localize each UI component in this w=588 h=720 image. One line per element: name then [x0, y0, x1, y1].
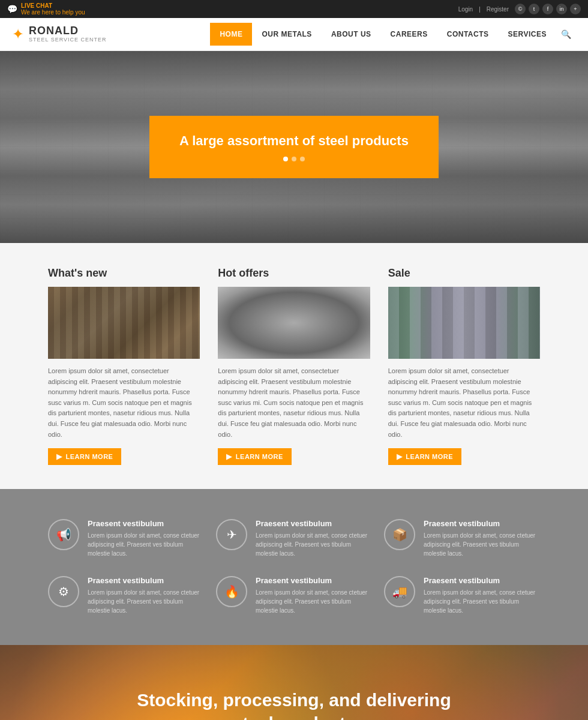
feature-title-6: Praesent vestibulum	[424, 576, 540, 585]
logo-icon: ✦	[12, 26, 24, 43]
search-icon[interactable]: 🔍	[556, 29, 576, 39]
card-text-1: Lorem ipsum dolor sit amet, consectetuer…	[48, 366, 200, 440]
card-image-3	[388, 287, 540, 359]
learn-more-btn-2[interactable]: ▶ LEARN MORE	[218, 448, 291, 465]
card-title-2: Hot offers	[218, 267, 370, 280]
feature-4: ⚙ Praesent vestibulum Lorem ipsum dolor …	[48, 576, 204, 615]
rolls-image	[388, 287, 540, 359]
brand-name: RONALD	[29, 25, 107, 37]
cta-content: Stocking, processing, and deliveringstee…	[137, 688, 451, 720]
feature-3: 📦 Praesent vestibulum Lorem ipsum dolor …	[384, 519, 540, 558]
wire-image	[218, 287, 370, 359]
live-chat-sub: We are here to help you	[21, 9, 85, 16]
card-title-1: What's new	[48, 267, 200, 280]
arrow-icon-1: ▶	[56, 452, 62, 461]
top-bar: 💬 LIVE CHAT We are here to help you Logi…	[0, 0, 588, 18]
feature-title-2: Praesent vestibulum	[256, 519, 372, 528]
cta-title: Stocking, processing, and deliveringstee…	[137, 688, 451, 720]
hero-content: A large assortment of steel products	[149, 116, 439, 179]
feature-title-3: Praesent vestibulum	[424, 519, 540, 528]
nav-careers[interactable]: CAREERS	[381, 23, 437, 46]
feature-1: 📢 Praesent vestibulum Lorem ipsum dolor …	[48, 519, 204, 558]
rebar-image	[48, 287, 200, 359]
features-section: 📢 Praesent vestibulum Lorem ipsum dolor …	[0, 489, 588, 645]
feature-6: 🚚 Praesent vestibulum Lorem ipsum dolor …	[384, 576, 540, 615]
feature-text-5: Lorem ipsum dolor sit amet, conse ctetue…	[256, 588, 372, 615]
social-icon-1[interactable]: ©	[515, 4, 526, 14]
live-chat-label: LIVE CHAT	[21, 2, 85, 9]
card-sale: Sale Lorem ipsum dolor sit amet, consect…	[388, 267, 540, 465]
social-icon-other[interactable]: +	[570, 4, 581, 14]
card-title-3: Sale	[388, 267, 540, 280]
feature-icon-flame: 🔥	[216, 576, 247, 607]
hero-section: A large assortment of steel products	[0, 51, 588, 243]
main-nav: HOME OUR METALS ABOUT US CAREERS CONTACT…	[210, 23, 576, 46]
nav-contacts[interactable]: CONTACTS	[437, 23, 499, 46]
brand-sub: STEEL SERVICE CENTER	[29, 37, 107, 43]
login-link[interactable]: Login	[458, 6, 473, 13]
feature-icon-truck: 🚚	[384, 576, 415, 607]
social-icon-linkedin[interactable]: in	[556, 4, 567, 14]
feature-icon-plane: ✈	[216, 519, 247, 550]
feature-text-3: Lorem ipsum dolor sit amet, conse ctetue…	[424, 531, 540, 558]
feature-text-6: Lorem ipsum dolor sit amet, conse ctetue…	[424, 588, 540, 615]
card-hot-offers: Hot offers Lorem ipsum dolor sit amet, c…	[218, 267, 370, 465]
cards-section: What's new Lorem ipsum dolor sit amet, c…	[0, 243, 588, 489]
register-link[interactable]: Register	[487, 6, 509, 13]
arrow-icon-2: ▶	[226, 452, 232, 461]
feature-icon-gear: ⚙	[48, 576, 79, 607]
cards-grid: What's new Lorem ipsum dolor sit amet, c…	[48, 267, 540, 465]
feature-text-1: Lorem ipsum dolor sit amet, conse ctetue…	[88, 531, 204, 558]
learn-more-btn-1[interactable]: ▶ LEARN MORE	[48, 448, 121, 465]
cta-section: Stocking, processing, and deliveringstee…	[0, 645, 588, 720]
card-text-2: Lorem ipsum dolor sit amet, consectetuer…	[218, 366, 370, 440]
feature-title-5: Praesent vestibulum	[256, 576, 372, 585]
hero-dot-3[interactable]	[300, 157, 305, 161]
logo: ✦ RONALD STEEL SERVICE CENTER	[12, 25, 107, 43]
arrow-icon-3: ▶	[397, 452, 403, 461]
feature-text-2: Lorem ipsum dolor sit amet, conse ctetue…	[256, 531, 372, 558]
social-icons: © t f in +	[515, 4, 581, 14]
feature-text-4: Lorem ipsum dolor sit amet, conse ctetue…	[88, 588, 204, 615]
card-image-2	[218, 287, 370, 359]
hero-dot-1[interactable]	[283, 157, 288, 161]
header: ✦ RONALD STEEL SERVICE CENTER HOME OUR M…	[0, 18, 588, 51]
feature-title-4: Praesent vestibulum	[88, 576, 204, 585]
feature-2: ✈ Praesent vestibulum Lorem ipsum dolor …	[216, 519, 372, 558]
top-bar-right: Login | Register © t f in +	[458, 4, 581, 14]
learn-more-btn-3[interactable]: ▶ LEARN MORE	[388, 448, 461, 465]
hero-dots	[179, 157, 409, 161]
feature-title-1: Praesent vestibulum	[88, 519, 204, 528]
nav-about-us[interactable]: ABOUT US	[322, 23, 381, 46]
feature-icon-box: 📦	[384, 519, 415, 550]
hero-box: A large assortment of steel products	[149, 116, 439, 179]
features-grid: 📢 Praesent vestibulum Lorem ipsum dolor …	[48, 519, 540, 615]
feature-5: 🔥 Praesent vestibulum Lorem ipsum dolor …	[216, 576, 372, 615]
nav-services[interactable]: SERVICES	[499, 23, 556, 46]
feature-icon-megaphone: 📢	[48, 519, 79, 550]
hero-dot-2[interactable]	[292, 157, 296, 161]
live-chat-area[interactable]: 💬 LIVE CHAT We are here to help you	[7, 2, 85, 16]
card-whats-new: What's new Lorem ipsum dolor sit amet, c…	[48, 267, 200, 465]
nav-home[interactable]: HOME	[210, 23, 252, 46]
card-image-1	[48, 287, 200, 359]
nav-our-metals[interactable]: OUR METALS	[252, 23, 321, 46]
social-icon-facebook[interactable]: f	[542, 4, 553, 14]
hero-title: A large assortment of steel products	[179, 133, 409, 150]
social-icon-twitter[interactable]: t	[529, 4, 539, 14]
card-text-3: Lorem ipsum dolor sit amet, consectetuer…	[388, 366, 540, 440]
